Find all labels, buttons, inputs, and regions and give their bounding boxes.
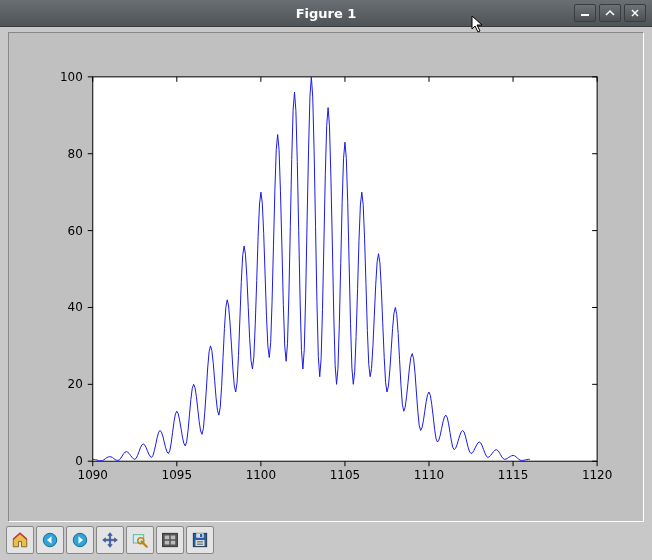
svg-rect-50 [171,536,176,540]
maximize-button[interactable] [599,4,621,22]
svg-text:1110: 1110 [414,468,444,482]
figure-canvas[interactable]: 1090109511001105111011151120020406080100 [8,32,644,522]
svg-text:20: 20 [68,377,83,391]
svg-text:80: 80 [68,147,83,161]
svg-text:1095: 1095 [162,468,192,482]
plot-svg: 1090109511001105111011151120020406080100 [19,43,633,511]
subplots-icon [161,531,179,549]
arrow-left-icon [41,531,59,549]
svg-text:0: 0 [75,454,83,468]
svg-rect-48 [163,533,178,547]
save-button[interactable] [186,526,214,554]
svg-text:60: 60 [68,224,83,238]
close-icon [630,9,640,17]
svg-text:1120: 1120 [582,468,612,482]
home-button[interactable] [6,526,34,554]
svg-text:100: 100 [60,70,83,84]
arrow-right-icon [71,531,89,549]
floppy-icon [191,531,209,549]
svg-rect-55 [200,534,202,537]
pan-button[interactable] [96,526,124,554]
svg-text:1105: 1105 [330,468,360,482]
svg-text:40: 40 [68,300,83,314]
svg-rect-51 [165,541,170,545]
titlebar: Figure 1 [0,0,652,27]
svg-rect-52 [171,541,176,545]
plot-area: 1090109511001105111011151120020406080100 [19,43,633,511]
back-button[interactable] [36,526,64,554]
navigation-toolbar [6,526,214,554]
svg-text:1115: 1115 [498,468,528,482]
maximize-icon [605,9,615,17]
move-icon [101,531,119,549]
figure-window: { "window": { "title": "Figure 1" }, "ti… [0,0,652,560]
home-icon [11,531,29,549]
svg-text:1090: 1090 [78,468,108,482]
minimize-button[interactable] [574,4,596,22]
svg-rect-3 [93,77,597,461]
svg-text:1100: 1100 [246,468,276,482]
forward-button[interactable] [66,526,94,554]
window-controls [574,4,646,22]
zoom-button[interactable] [126,526,154,554]
svg-rect-49 [165,536,170,540]
zoom-icon [131,531,149,549]
close-button[interactable] [624,4,646,22]
subplots-button[interactable] [156,526,184,554]
window-title: Figure 1 [296,6,357,21]
minimize-icon [580,9,590,17]
